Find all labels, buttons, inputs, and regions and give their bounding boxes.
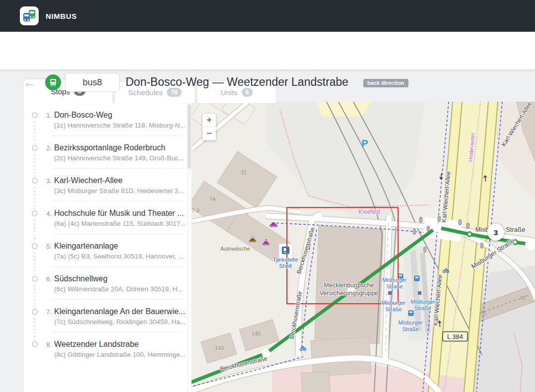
stops-panel: 1. Don-Bosco-Weg (1c) Hannoversche Straß… bbox=[24, 103, 192, 392]
road-ref-badge: L 384 bbox=[442, 331, 468, 342]
list-scrollbar[interactable] bbox=[187, 103, 192, 392]
stop-number: 7. bbox=[42, 308, 52, 316]
building-number: 143 bbox=[215, 345, 224, 351]
stop-number: 8. bbox=[42, 341, 52, 348]
stop-address: (7c) Südschnellweg, Ricklingen 30459, Ha… bbox=[54, 318, 186, 326]
stop-list-item-1[interactable]: 1. Don-Bosco-Weg (1c) Hannoversche Straß… bbox=[24, 103, 192, 136]
building-number: 7-9 bbox=[192, 207, 200, 213]
stop-radio-7[interactable] bbox=[32, 309, 38, 315]
route-stop-node[interactable] bbox=[432, 223, 442, 232]
building-number: 72 bbox=[480, 310, 486, 316]
tram-stop-icon bbox=[418, 291, 421, 295]
stop-name: Kleingartenanlage bbox=[54, 242, 118, 251]
transit-stop-line: Misburger bbox=[383, 277, 407, 283]
scrollbar-thumb[interactable] bbox=[188, 104, 191, 169]
stop-address: (6a) (4c) Marienstraße 115, Südstadt 301… bbox=[54, 220, 186, 227]
district-label-kleefeld: Kleefeld bbox=[358, 208, 380, 215]
bus-logo-graphic bbox=[22, 8, 37, 23]
stop-list-item-8[interactable]: 8. Weetzender Landstrabe (8c) Göttinger … bbox=[24, 332, 192, 365]
tab-schedules-count: 78 bbox=[167, 88, 181, 97]
stop-radio-8[interactable] bbox=[32, 341, 38, 347]
bus-route-icon bbox=[45, 74, 61, 90]
transit-stop-line: Misburger bbox=[399, 320, 423, 326]
stop-address: (1c) Hannoversche Straße 118, Misburg-N.… bbox=[54, 122, 186, 129]
direction-badge: back direction bbox=[363, 79, 408, 87]
stop-name: Bezirkssportanlage Roderbruch bbox=[54, 143, 165, 152]
route-number-field[interactable]: bus8 bbox=[65, 73, 120, 92]
stop-radio-3[interactable] bbox=[32, 178, 38, 184]
zoom-out-button[interactable]: − bbox=[202, 127, 216, 140]
poi-label-line: Shell bbox=[272, 263, 298, 269]
stop-address: (7a) (5c) B3, Seelhorst 30519, Hannover,… bbox=[54, 253, 184, 260]
stop-address: (8c) Göttinger Landstraße 100, Hemminge.… bbox=[54, 351, 186, 358]
stop-list-item-4[interactable]: 4. Hochschule für Musik und Theater ... … bbox=[24, 201, 192, 234]
building-number: 145 bbox=[252, 330, 261, 336]
transit-stop-line: Misburger bbox=[382, 300, 406, 306]
poi-label-line: Mecklenburgische bbox=[320, 281, 378, 289]
stop-name: Don-Bosco-Weg bbox=[54, 111, 112, 120]
stop-name: Hochschule für Musik und Theater ... bbox=[54, 209, 184, 218]
transit-stop-label: Misburger Straße bbox=[411, 299, 435, 312]
top-app-bar: NIMBUS bbox=[0, 0, 535, 32]
tram-stop-icon bbox=[388, 291, 392, 295]
map-zoom-controls: + − bbox=[202, 114, 216, 140]
stop-name: Karl-Wiechert-Allee bbox=[54, 176, 123, 185]
stop-radio-1[interactable] bbox=[32, 112, 38, 118]
stop-radio-5[interactable] bbox=[32, 243, 38, 249]
route-waypoint-node[interactable] bbox=[468, 232, 472, 237]
stop-address: (3c) Misburger Straße 81D, Heideviertel … bbox=[54, 187, 184, 195]
tab-units-count: 6 bbox=[242, 88, 253, 97]
poi-label-mecklenburgische: Mecklenburgische Versicherungsgruppe bbox=[320, 281, 378, 297]
stop-radio-2[interactable] bbox=[32, 145, 38, 151]
poi-label-autowasche: Autowäsche bbox=[220, 246, 250, 252]
nimbus-logo-icon[interactable] bbox=[20, 6, 39, 25]
stop-radio-4[interactable] bbox=[32, 210, 38, 216]
bus-stop-icon bbox=[414, 276, 420, 281]
stop-number: 3. bbox=[42, 177, 52, 185]
transit-stop-line: Straße bbox=[399, 326, 423, 332]
building-number: 82 bbox=[520, 295, 526, 301]
stop-number: 2. bbox=[42, 144, 52, 152]
stop-list-item-2[interactable]: 2. Bezirkssportanlage Roderbruch (2c) Ha… bbox=[24, 136, 192, 169]
stop-name: Weetzender Landstrabe bbox=[54, 340, 138, 349]
stop-list-item-3[interactable]: 3. Karl-Wiechert-Allee (3c) Misburger St… bbox=[24, 169, 192, 201]
stop-name: Südschnellweg bbox=[54, 274, 108, 283]
page: NIMBUS ← bus8 Don-Bosco-Weg — Weetzender… bbox=[0, 0, 535, 392]
stop-number: 4. bbox=[42, 210, 52, 217]
transit-stop-label: Misburger Straße bbox=[399, 320, 423, 332]
back-button[interactable]: ← bbox=[23, 74, 37, 90]
building-number: 11 bbox=[241, 169, 246, 175]
transit-stop-label: Misburger Straße bbox=[383, 277, 407, 290]
tab-units-label: Units bbox=[221, 88, 238, 97]
transit-stop-line: Misburger bbox=[411, 299, 435, 305]
poi-label-tankstelle: Tankstelle Shell bbox=[272, 257, 298, 269]
map-view[interactable]: P 11 7A 7-9 145 143 72 82 Kleefeld Berck… bbox=[192, 102, 535, 392]
zoom-in-button[interactable]: + bbox=[202, 114, 216, 127]
stop-list-item-6[interactable]: 6. Südschnellweg (6c) Willmerstraße 20A,… bbox=[24, 267, 192, 300]
stop-radio-6[interactable] bbox=[32, 276, 38, 282]
building-number: 7A bbox=[209, 196, 215, 202]
poi-label-line: Versicherungsgruppe bbox=[320, 289, 378, 297]
transit-stop-line: Straße bbox=[383, 283, 407, 290]
brand-name: NIMBUS bbox=[46, 0, 77, 32]
stop-number: 1. bbox=[42, 112, 52, 119]
map-stop-marker-3[interactable]: 3 bbox=[487, 224, 504, 241]
transit-stop-line: Straße bbox=[411, 305, 435, 312]
stop-number: 6. bbox=[42, 275, 52, 283]
stop-number: 5. bbox=[42, 243, 52, 250]
tab-schedules-label: Schedules bbox=[128, 88, 163, 97]
poi-label-line: Tankstelle bbox=[272, 257, 298, 263]
stop-address: (6c) Willmerstraße 20A, Döhren 30519, H.… bbox=[54, 285, 183, 293]
route-title: Don-Bosco-Weg — Weetzender Landstrabe bbox=[126, 75, 348, 89]
parking-label: P bbox=[361, 138, 368, 149]
transit-stop-label: Misburger Straße bbox=[382, 300, 406, 313]
stop-address: (2c) Hannoversche Straße 149, Groß-Buc..… bbox=[54, 154, 184, 162]
route-header: ← bus8 Don-Bosco-Weg — Weetzender Landst… bbox=[0, 32, 535, 69]
stop-list-item-5[interactable]: 5. Kleingartenanlage (7a) (5c) B3, Seelh… bbox=[24, 234, 192, 267]
stop-list-item-7[interactable]: 7. Kleingartenanlage An der Bauerwie... … bbox=[24, 300, 192, 332]
stop-name: Kleingartenanlage An der Bauerwie... bbox=[54, 307, 185, 316]
bus-glyph bbox=[49, 78, 58, 87]
transit-stop-line: Straße bbox=[382, 306, 406, 313]
